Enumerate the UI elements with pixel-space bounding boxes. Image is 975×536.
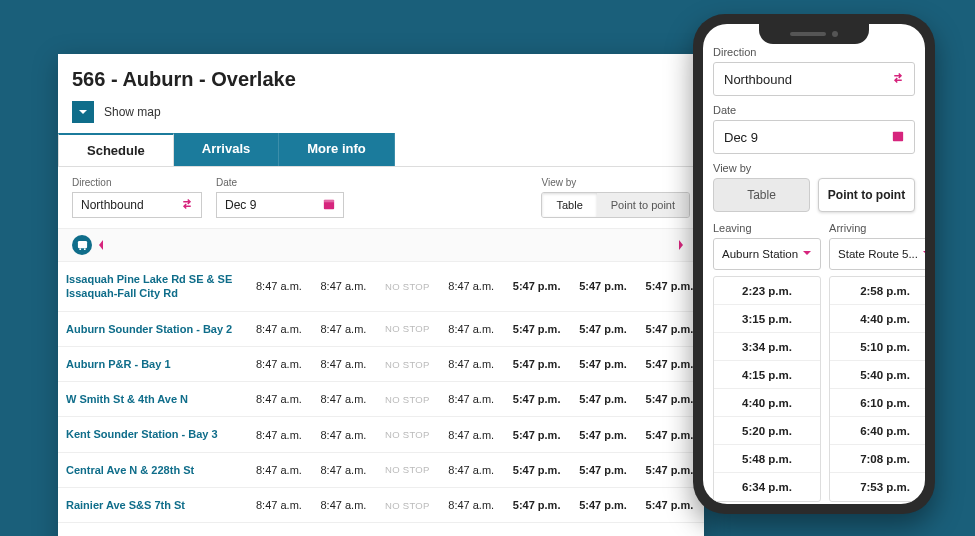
ph-direction-select[interactable]: Northbound (713, 62, 915, 96)
ph-leaving-list: 2:23 p.m.3:15 p.m.3:34 p.m.4:15 p.m.4:40… (713, 276, 821, 502)
time-cell: 8:47 a.m. (313, 417, 378, 452)
list-item[interactable]: 2:23 p.m. (714, 277, 820, 305)
list-item[interactable]: 5:20 p.m. (714, 417, 820, 445)
ph-leaving-value: Auburn Station (722, 248, 798, 260)
ph-arriving-value: State Route 5... (838, 248, 918, 260)
tab-schedule[interactable]: Schedule (58, 133, 174, 166)
list-item[interactable]: 3:34 p.m. (714, 333, 820, 361)
time-cell: 5:47 p.m. (505, 417, 571, 452)
date-control: Date Dec 9 (216, 177, 344, 218)
time-cell: 5:47 p.m. (571, 488, 637, 523)
controls-row: Direction Northbound Date Dec 9 View by … (58, 167, 704, 228)
schedule-table: Issaquah Pine Lake Rd SE & SE Issaquah-F… (58, 262, 704, 536)
stop-name-cell[interactable]: Auburn P&R - Bay 1 (58, 346, 248, 381)
show-map-toggle[interactable] (72, 101, 94, 123)
time-cell: 5:47 p.m. (571, 311, 637, 346)
stop-name-cell[interactable]: Central Ave N & 228th St (58, 452, 248, 487)
list-item[interactable]: 6:10 p.m. (830, 389, 925, 417)
time-cell: 5:47 p.m. (571, 382, 637, 417)
no-stop-cell: NO STOP (377, 452, 440, 487)
time-cell: 8:47 a.m. (313, 346, 378, 381)
ph-direction-value: Northbound (724, 72, 792, 87)
route-title: 566 - Auburn - Overlake (58, 54, 704, 101)
chevron-down-icon (798, 248, 812, 260)
list-item[interactable]: 6:34 p.m. (714, 473, 820, 501)
stop-name-cell[interactable]: Auburn Sounder Station - Bay 2 (58, 311, 248, 346)
chevron-down-icon (918, 248, 925, 260)
stop-name-cell[interactable]: Rainier Ave S&S 7th St (58, 488, 248, 523)
ph-date-value: Dec 9 (724, 130, 758, 145)
ph-seg-p2p[interactable]: Point to point (818, 178, 915, 212)
direction-value: Northbound (81, 198, 144, 212)
time-cell: 5:47 p.m. (571, 346, 637, 381)
no-stop-cell: NO STOP (377, 311, 440, 346)
no-stop-cell: NO STOP (377, 417, 440, 452)
bus-icon (72, 235, 92, 255)
time-cell: 5:47 p.m. (505, 311, 571, 346)
ph-arriving-select[interactable]: State Route 5... (829, 238, 925, 270)
ph-viewby-label: View by (713, 162, 915, 174)
time-cell: 5:47 p.m. (571, 417, 637, 452)
date-value: Dec 9 (225, 198, 256, 212)
direction-label: Direction (72, 177, 202, 188)
stop-name-cell[interactable]: Kent Sounder Station - Bay 3 (58, 417, 248, 452)
no-stop-cell: NO STOP (377, 346, 440, 381)
show-map-label: Show map (104, 105, 161, 119)
ph-direction-label: Direction (713, 46, 915, 58)
stop-name-cell[interactable]: Issaquah Pine Lake Rd SE & SE Issaquah-F… (58, 262, 248, 311)
ph-leaving-select[interactable]: Auburn Station (713, 238, 821, 270)
stop-name-cell[interactable]: Renton TC - Bay 1 (58, 523, 248, 536)
list-item[interactable]: 7:08 p.m. (830, 445, 925, 473)
tabs: Schedule Arrivals More info (58, 133, 704, 167)
stop-name-cell[interactable]: W Smith St & 4th Ave N (58, 382, 248, 417)
phone-screen: Direction Northbound Date Dec 9 View by … (703, 24, 925, 504)
time-cell: 5:47 p.m. (505, 523, 571, 536)
time-cell: 5:47 p.m. (505, 488, 571, 523)
no-stop-cell: NO STOP (377, 382, 440, 417)
time-cell: 8:47 a.m. (313, 311, 378, 346)
list-item[interactable]: 4:40 p.m. (830, 305, 925, 333)
table-row: Rainier Ave S&S 7th St8:47 a.m.8:47 a.m.… (58, 488, 704, 523)
list-item[interactable]: 5:48 p.m. (714, 445, 820, 473)
time-cell: 8:47 a.m. (248, 523, 313, 536)
scroll-right-button[interactable] (672, 236, 690, 254)
time-cell: 8:47 a.m. (440, 346, 505, 381)
time-cell: 8:47 a.m. (440, 262, 505, 311)
ph-viewby-segmented: Table Point to point (713, 178, 915, 212)
date-label: Date (216, 177, 344, 188)
date-select[interactable]: Dec 9 (216, 192, 344, 218)
svg-point-4 (83, 248, 85, 250)
no-stop-cell: NO STOP (377, 262, 440, 311)
time-cell: 5:47 p.m. (505, 382, 571, 417)
list-item[interactable]: 3:15 p.m. (714, 305, 820, 333)
table-row: Central Ave N & 228th St8:47 a.m.8:47 a.… (58, 452, 704, 487)
tab-arrivals[interactable]: Arrivals (174, 133, 279, 166)
table-row: W Smith St & 4th Ave N8:47 a.m.8:47 a.m.… (58, 382, 704, 417)
list-item[interactable]: 5:40 p.m. (830, 361, 925, 389)
time-cell: 8:47 a.m. (440, 452, 505, 487)
list-item[interactable]: 7:53 p.m. (830, 473, 925, 501)
time-cell: 8:47 a.m. (313, 262, 378, 311)
list-item[interactable]: 5:10 p.m. (830, 333, 925, 361)
direction-control: Direction Northbound (72, 177, 202, 218)
list-item[interactable]: 6:40 p.m. (830, 417, 925, 445)
seg-point-to-point[interactable]: Point to point (597, 193, 689, 217)
list-item[interactable]: 2:58 p.m. (830, 277, 925, 305)
scroll-left-button[interactable] (92, 236, 110, 254)
time-cell: 8:47 a.m. (248, 346, 313, 381)
tab-more-info[interactable]: More info (279, 133, 395, 166)
swap-icon (181, 198, 193, 213)
seg-table[interactable]: Table (542, 193, 596, 217)
time-cell: 8:47 a.m. (313, 488, 378, 523)
time-cell: 8:47 a.m. (248, 488, 313, 523)
table-row: Renton TC - Bay 18:47 a.m.8:47 a.m.NO ST… (58, 523, 704, 536)
ph-date-select[interactable]: Dec 9 (713, 120, 915, 154)
ph-arriving-list: 2:58 p.m.4:40 p.m.5:10 p.m.5:40 p.m.6:10… (829, 276, 925, 502)
direction-select[interactable]: Northbound (72, 192, 202, 218)
list-item[interactable]: 4:15 p.m. (714, 361, 820, 389)
ph-seg-table[interactable]: Table (713, 178, 810, 212)
ph-leaving-label: Leaving (713, 222, 821, 234)
time-cell: 5:47 p.m. (505, 346, 571, 381)
list-item[interactable]: 4:40 p.m. (714, 389, 820, 417)
table-row: Auburn P&R - Bay 18:47 a.m.8:47 a.m.NO S… (58, 346, 704, 381)
